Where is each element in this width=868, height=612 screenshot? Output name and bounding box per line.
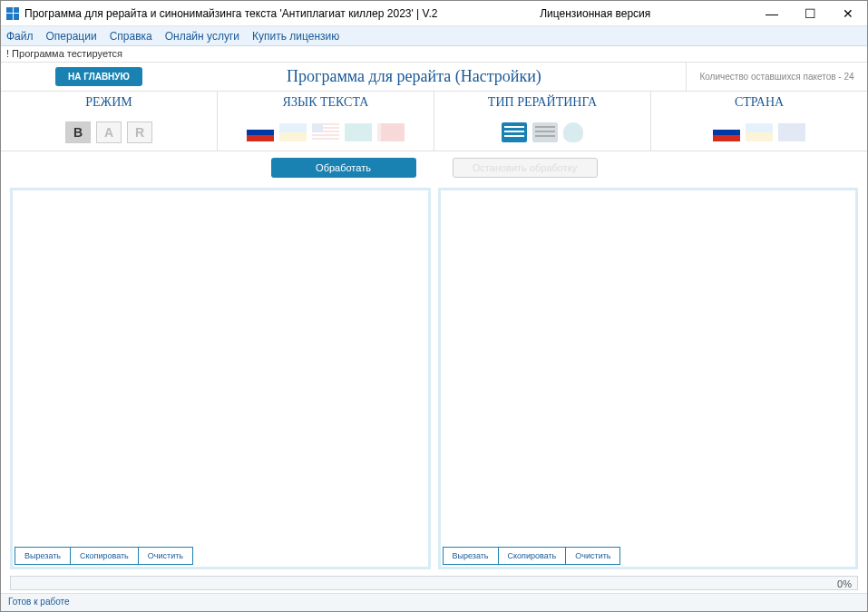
minimize-button[interactable]: — xyxy=(753,1,791,26)
license-label: Лицензионная версия xyxy=(437,7,753,20)
maximize-button[interactable]: ☐ xyxy=(791,1,829,26)
country-ru-icon[interactable] xyxy=(713,123,740,141)
menu-online[interactable]: Онлайн услуги xyxy=(165,30,239,43)
country-column: СТРАНА xyxy=(651,92,867,151)
mode-b-button[interactable]: В xyxy=(65,121,91,143)
progress-percent: 0% xyxy=(837,577,852,591)
input-copy-button[interactable]: Скопировать xyxy=(70,547,139,565)
home-button[interactable]: НА ГЛАВНУЮ xyxy=(55,67,142,86)
flag-ru-icon[interactable] xyxy=(247,123,274,141)
mode-r-button[interactable]: R xyxy=(127,121,152,143)
menu-operations[interactable]: Операции xyxy=(46,30,97,43)
rewrite-type-1-icon[interactable] xyxy=(502,122,527,142)
stop-button: Остановить обработку xyxy=(453,158,598,178)
mode-column: РЕЖИМ В А R xyxy=(1,92,218,151)
flag-us-icon[interactable] xyxy=(312,123,339,141)
app-title: Программа для рерайта и синонимайзинга т… xyxy=(24,7,437,20)
close-button[interactable]: ✕ xyxy=(829,1,867,26)
input-textarea[interactable] xyxy=(13,190,428,545)
statusbar: Готов к работе xyxy=(1,593,867,611)
rewrite-type-column: ТИП РЕРАЙТИНГА xyxy=(434,92,651,151)
output-clear-button[interactable]: Очистить xyxy=(565,547,620,565)
input-cut-button[interactable]: Вырезать xyxy=(15,547,71,565)
action-row: Обработать Остановить обработку xyxy=(1,151,867,184)
options-row: РЕЖИМ В А R ЯЗЫК ТЕКСТА ТИП РЕРАЙТИНГА xyxy=(1,92,867,151)
mode-a-button[interactable]: А xyxy=(96,121,122,143)
content-area: Вырезать Скопировать Очистить Вырезать С… xyxy=(1,184,867,573)
titlebar: Программа для рерайта и синонимайзинга т… xyxy=(1,1,867,26)
output-text-panel: Вырезать Скопировать Очистить xyxy=(438,188,859,569)
mode-header: РЕЖИМ xyxy=(1,92,217,113)
flag-kz-icon[interactable] xyxy=(345,123,372,141)
packets-remaining: Количество оставшихся пакетов - 24 xyxy=(686,63,867,91)
output-cut-button[interactable]: Вырезать xyxy=(443,547,499,565)
process-button[interactable]: Обработать xyxy=(271,158,416,178)
app-logo-icon xyxy=(6,7,19,20)
rewrite-type-3-icon[interactable] xyxy=(563,122,583,142)
input-text-panel: Вырезать Скопировать Очистить xyxy=(10,188,431,569)
progress-row: 0% xyxy=(1,573,867,593)
flag-ua-icon[interactable] xyxy=(279,123,307,141)
menu-help[interactable]: Справка xyxy=(110,30,152,43)
menubar: Файл Операции Справка Онлайн услуги Купи… xyxy=(1,26,867,46)
rewrite-type-header: ТИП РЕРАЙТИНГА xyxy=(434,92,650,113)
output-textarea[interactable] xyxy=(441,190,856,545)
menu-buy-license[interactable]: Купить лицензию xyxy=(252,30,339,43)
language-column: ЯЗЫК ТЕКСТА xyxy=(218,92,434,151)
country-ua-icon[interactable] xyxy=(746,123,773,141)
testing-status: ! Программа тестируется xyxy=(1,46,867,63)
output-copy-button[interactable]: Скопировать xyxy=(498,547,567,565)
country-header: СТРАНА xyxy=(651,92,867,113)
menu-file[interactable]: Файл xyxy=(6,30,34,43)
progress-bar: 0% xyxy=(10,576,858,590)
flag-by-icon[interactable] xyxy=(377,123,405,141)
language-header: ЯЗЫК ТЕКСТА xyxy=(218,92,434,113)
toolbar-row: НА ГЛАВНУЮ Программа для рерайта (Настро… xyxy=(1,63,867,92)
page-title: Программа для рерайта (Настройки) xyxy=(142,67,686,86)
input-clear-button[interactable]: Очистить xyxy=(138,547,193,565)
country-eu-icon[interactable] xyxy=(778,123,805,141)
rewrite-type-2-icon[interactable] xyxy=(532,122,558,142)
